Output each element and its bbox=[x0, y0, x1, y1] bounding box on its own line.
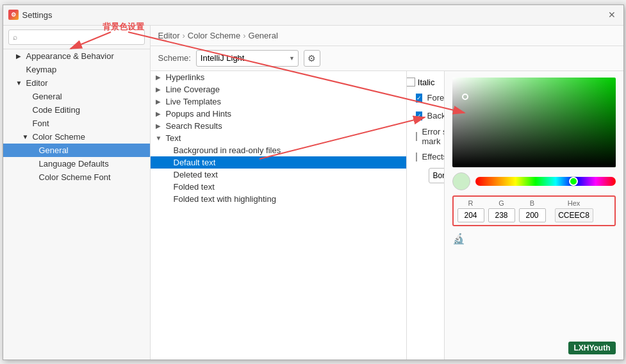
foreground-checkbox[interactable] bbox=[416, 94, 422, 103]
tree-item-live-templates[interactable]: ▶ Live Templates bbox=[151, 95, 406, 108]
sidebar-item-general[interactable]: General bbox=[3, 90, 150, 103]
scheme-select-wrap: IntelliJ Light Darcula High contrast bbox=[196, 50, 299, 67]
tree-item-default-text[interactable]: Default text bbox=[151, 156, 406, 169]
italic-checkbox[interactable] bbox=[407, 78, 415, 87]
settings-window: ⚙ Settings ✕ ▶ Appearance & Behavior Key… bbox=[3, 4, 624, 360]
effects-type-select[interactable]: Bordered Underline Bold underline Strike… bbox=[429, 168, 444, 183]
error-stripe-label: Error stripe mark bbox=[422, 127, 444, 146]
watermark: LXHYouth bbox=[568, 342, 615, 354]
gear-button[interactable]: ⚙ bbox=[304, 50, 320, 67]
sidebar-item-label: General bbox=[33, 92, 62, 101]
scheme-select[interactable]: IntelliJ Light Darcula High contrast bbox=[196, 50, 299, 67]
hex-field: Hex bbox=[555, 199, 593, 222]
arrow-icon: ▶ bbox=[156, 98, 163, 105]
effects-checkbox[interactable] bbox=[416, 153, 417, 161]
arrow-icon: ▶ bbox=[156, 110, 163, 117]
r-input[interactable] bbox=[457, 208, 484, 222]
gradient-box[interactable] bbox=[452, 78, 616, 167]
scheme-label: Scheme: bbox=[158, 53, 191, 63]
sidebar-item-font[interactable]: Font bbox=[3, 117, 150, 130]
hue-slider[interactable] bbox=[475, 177, 616, 186]
tree-item-popups-hints[interactable]: ▶ Popups and Hints bbox=[151, 108, 406, 120]
search-input[interactable] bbox=[8, 29, 145, 45]
sidebar-item-cs-font[interactable]: Color Scheme Font bbox=[3, 170, 150, 184]
breadcrumb-sep-2: › bbox=[243, 31, 245, 40]
arrow-icon: ▶ bbox=[156, 122, 163, 129]
error-stripe-checkbox[interactable] bbox=[416, 132, 417, 141]
sidebar-item-label: Editor bbox=[26, 78, 48, 88]
error-stripe-row: Error stripe mark bbox=[416, 127, 435, 146]
b-label: B bbox=[530, 199, 534, 207]
effects-label: Effects bbox=[422, 152, 444, 161]
gradient-area bbox=[452, 78, 616, 167]
dropper-row: 🔬 bbox=[452, 233, 616, 245]
tree-item-text[interactable]: ▼ Text bbox=[151, 132, 406, 144]
breadcrumb-general: General bbox=[249, 31, 278, 40]
tree-item-folded-text[interactable]: Folded text bbox=[151, 181, 406, 193]
effects-select-wrap: Bordered Underline Bold underline Strike… bbox=[429, 168, 444, 183]
gradient-cursor bbox=[462, 94, 468, 100]
sidebar-item-label: Keymap bbox=[26, 65, 57, 74]
tree-item-label: Background in read-only files bbox=[174, 145, 281, 155]
sidebar-item-code-editing[interactable]: Code Editing bbox=[3, 103, 150, 117]
sidebar-item-color-scheme[interactable]: ▼ Color Scheme bbox=[3, 130, 150, 144]
italic-label: Italic bbox=[418, 78, 435, 87]
arrow-icon: ▼ bbox=[156, 135, 163, 142]
italic-checkbox-wrap: Italic bbox=[407, 78, 435, 87]
tree-item-folded-text-hl[interactable]: Folded text with highlighting bbox=[151, 193, 406, 205]
breadcrumb-color-scheme: Color Scheme bbox=[188, 31, 240, 40]
color-picker-panel: R G B Hex bbox=[444, 71, 623, 360]
hex-label: Hex bbox=[568, 199, 581, 207]
b-input[interactable] bbox=[519, 208, 546, 222]
title-bar: ⚙ Settings ✕ bbox=[3, 5, 623, 26]
breadcrumb: Editor › Color Scheme › General bbox=[151, 26, 623, 46]
dropper-icon[interactable]: 🔬 bbox=[452, 233, 465, 245]
g-field: G bbox=[488, 199, 515, 222]
content-area: ▶ Appearance & Behavior Keymap ▼ Editor … bbox=[3, 26, 623, 360]
app-icon: ⚙ bbox=[8, 10, 19, 20]
tree-item-label: Text bbox=[166, 133, 181, 143]
sidebar-item-label: Color Scheme Font bbox=[39, 172, 111, 182]
tree-item-label: Deleted text bbox=[174, 170, 218, 179]
tree-item-search-results[interactable]: ▶ Search Results bbox=[151, 120, 406, 132]
title-bar-left: ⚙ Settings bbox=[8, 10, 53, 20]
tree-item-label: Search Results bbox=[166, 121, 222, 131]
g-input[interactable] bbox=[488, 208, 515, 222]
g-label: G bbox=[498, 199, 504, 207]
window-title: Settings bbox=[22, 10, 53, 20]
b-field: B bbox=[519, 199, 546, 222]
tree-item-hyperlinks[interactable]: ▶ Hyperlinks bbox=[151, 71, 406, 83]
sidebar-item-appearance[interactable]: ▶ Appearance & Behavior bbox=[3, 49, 150, 63]
arrow-icon: ▶ bbox=[156, 74, 163, 81]
hex-input[interactable] bbox=[555, 208, 593, 222]
sidebar-item-editor[interactable]: ▼ Editor bbox=[3, 76, 150, 90]
tree-item-line-coverage[interactable]: ▶ Line Coverage bbox=[151, 83, 406, 95]
sidebar-item-cs-general[interactable]: General bbox=[3, 144, 150, 157]
effects-dropdown-row: Bordered Underline Bold underline Strike… bbox=[416, 168, 435, 183]
sidebar-item-keymap[interactable]: Keymap bbox=[3, 63, 150, 76]
tree-panel: ▶ Hyperlinks ▶ Line Coverage ▶ Live Temp… bbox=[151, 71, 407, 360]
tree-item-label: Line Coverage bbox=[166, 85, 220, 94]
tree-item-label: Hyperlinks bbox=[166, 72, 205, 82]
props-panel: Bold Italic Foreground 000808 bbox=[407, 71, 444, 360]
tree-item-deleted-text[interactable]: Deleted text bbox=[151, 169, 406, 181]
breadcrumb-sep-1: › bbox=[182, 31, 185, 40]
effects-row: Effects bbox=[416, 150, 435, 164]
scheme-bar: Scheme: IntelliJ Light Darcula High cont… bbox=[151, 46, 623, 71]
background-checkbox[interactable] bbox=[416, 112, 422, 120]
main-panel: Editor › Color Scheme › General Scheme: … bbox=[151, 26, 623, 360]
sidebar-item-label: Color Scheme bbox=[33, 132, 85, 142]
foreground-row: Foreground 000808 ▷ bbox=[416, 91, 435, 105]
sidebar-item-lang-defaults[interactable]: Language Defaults bbox=[3, 157, 150, 170]
sidebar-item-label: Code Editing bbox=[33, 105, 80, 115]
arrow-icon: ▶ bbox=[16, 53, 24, 60]
tree-item-bg-readonly[interactable]: Background in read-only files bbox=[151, 144, 406, 156]
search-box bbox=[3, 26, 150, 49]
arrow-icon: ▼ bbox=[22, 133, 30, 140]
r-field: R bbox=[457, 199, 484, 222]
preview-circle bbox=[452, 172, 470, 190]
close-button[interactable]: ✕ bbox=[605, 8, 618, 21]
hue-row bbox=[452, 172, 616, 190]
sidebar-item-label: Appearance & Behavior bbox=[26, 51, 114, 61]
r-label: R bbox=[468, 199, 474, 207]
